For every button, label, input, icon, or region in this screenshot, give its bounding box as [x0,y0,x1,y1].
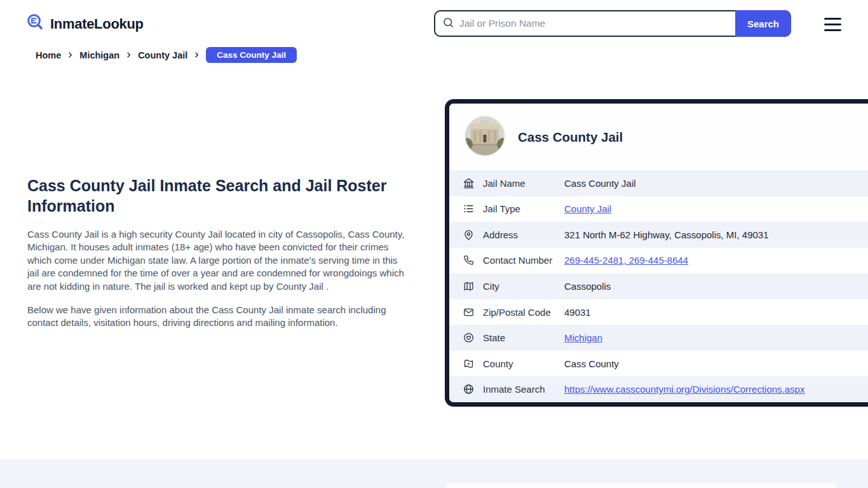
row-value: 49031 [564,307,591,318]
table-row: Jail Type County Jail [449,196,868,222]
inmate-search-link[interactable]: https://www.casscountymi.org/Divisions/C… [564,384,804,395]
chevron-right-icon [67,51,74,58]
next-section-card-edge [445,482,837,488]
chevron-right-icon [193,51,200,58]
table-row: City Cassopolis [449,273,868,299]
row-label: Address [483,229,564,240]
row-label: Zip/Postal Code [483,307,564,318]
jail-photo-avatar [465,116,505,159]
row-label: Jail Type [483,203,564,214]
row-label: Contact Number [483,255,564,266]
location-pin-icon [462,228,475,241]
table-row: County Cass County [449,351,868,377]
table-row: Inmate Search https://www.casscountymi.o… [449,376,868,402]
search-button[interactable]: Search [735,10,791,37]
breadcrumb-county-jail[interactable]: County Jail [138,50,187,60]
breadcrumb-michigan[interactable]: Michigan [79,50,119,60]
row-label: Jail Name [483,178,564,189]
phone-icon [462,254,475,267]
jail-type-link[interactable]: County Jail [564,203,611,214]
list-icon [462,203,475,215]
envelope-icon [462,306,475,318]
search-input[interactable] [459,18,729,29]
breadcrumb: Home Michigan County Jail Cass County Ja… [36,47,297,63]
article-paragraph: Cass County Jail is a high security Coun… [27,228,406,293]
jail-card-title: Cass County Jail [518,130,623,145]
breadcrumb-current-badge: Cass County Jail [206,47,297,63]
table-row: State Michigan [449,325,868,351]
page: InmateLookup Search Home Michigan County… [0,0,868,488]
row-value: Cass County [564,358,619,369]
map-icon [462,280,475,292]
magnifier-document-icon [25,13,45,35]
globe-state-icon [462,332,475,344]
bank-icon [462,177,475,189]
table-row: Jail Name Cass County Jail [449,170,868,196]
row-label: Inmate Search [483,384,564,395]
jail-card-header: Cass County Jail [449,104,868,170]
table-row: Contact Number 269-445-2481, 269-445-864… [449,248,868,274]
breadcrumb-home[interactable]: Home [36,50,61,60]
row-value: 321 North M-62 Highway, Cassopolis, MI, … [564,229,769,240]
brand-logo[interactable]: InmateLookup [25,13,144,35]
search-icon [442,17,454,31]
row-label: County [483,358,564,369]
row-value: Cassopolis [564,281,611,292]
jail-details-table: Jail Name Cass County Jail Jail Type Cou… [449,170,868,402]
contact-number-link[interactable]: 269-445-2481, 269-445-8644 [564,255,688,266]
globe-icon [462,383,475,396]
menu-icon[interactable] [824,18,841,31]
article: Cass County Jail Inmate Search and Jail … [27,175,406,341]
jail-info-card: Cass County Jail Jail Name Cass County J… [445,99,868,407]
jail-search-bar: Search [434,10,791,37]
table-row: Address 321 North M-62 Highway, Cassopol… [449,222,868,248]
row-label: State [483,332,564,343]
article-paragraph: Below we have given information about th… [27,304,406,330]
table-row: Zip/Postal Code 49031 [449,299,868,325]
chevron-right-icon [125,51,132,58]
page-title: Cass County Jail Inmate Search and Jail … [27,175,406,216]
row-label: City [483,281,564,292]
brand-name: InmateLookup [50,16,144,32]
state-link[interactable]: Michigan [564,332,602,343]
row-value: Cass County Jail [564,178,636,189]
county-map-icon [462,357,475,370]
